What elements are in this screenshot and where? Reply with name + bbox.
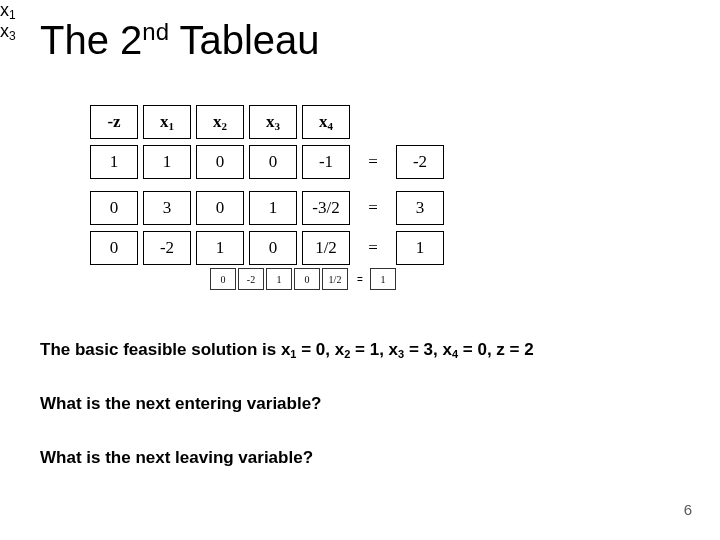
- header-c3: x3: [249, 105, 297, 139]
- cell: 0: [249, 145, 297, 179]
- title-post: Tableau: [169, 18, 320, 62]
- mini-rhs: 1: [370, 268, 396, 290]
- equals-sign: =: [355, 231, 391, 265]
- rhs-cell: 3: [396, 191, 444, 225]
- title-sup: nd: [142, 18, 169, 45]
- header-c4: x4: [302, 105, 350, 139]
- equals-sign: =: [355, 145, 391, 179]
- cell: 0: [196, 145, 244, 179]
- cell: 0: [249, 231, 297, 265]
- header-c2: x2: [196, 105, 244, 139]
- question-leaving-variable: What is the next leaving variable?: [40, 448, 313, 468]
- question-entering-variable: What is the next entering variable?: [40, 394, 322, 414]
- cell: 3: [143, 191, 191, 225]
- cell: 0: [90, 231, 138, 265]
- tableau-row: 0 -2 1 0 1/2 = 1: [90, 231, 449, 265]
- equals-sign: =: [355, 191, 391, 225]
- basic-feasible-solution-text: The basic feasible solution is x1 = 0, x…: [40, 340, 534, 360]
- cell: 1: [196, 231, 244, 265]
- cell: 1: [249, 191, 297, 225]
- cell: -1: [302, 145, 350, 179]
- slide: The 2nd Tableau -z x1 x2 x3 x4 1 1 0 0 -…: [0, 0, 720, 540]
- rhs-cell: 1: [396, 231, 444, 265]
- mini-row: 0 -2 1 0 1/2 = 1: [210, 268, 398, 290]
- cell: 1/2: [302, 231, 350, 265]
- mini-cell: 1: [266, 268, 292, 290]
- tableau-row: 1 1 0 0 -1 = -2: [90, 145, 449, 179]
- title-pre: The 2: [40, 18, 142, 62]
- page-number: 6: [684, 501, 692, 518]
- rhs-cell: -2: [396, 145, 444, 179]
- cell: 1: [90, 145, 138, 179]
- mini-cell: 0: [210, 268, 236, 290]
- page-title: The 2nd Tableau: [40, 18, 320, 63]
- simplex-tableau: -z x1 x2 x3 x4 1 1 0 0 -1 = -2 0 3 0 1 -…: [90, 105, 449, 271]
- tableau-header-row: -z x1 x2 x3 x4: [90, 105, 449, 139]
- cell: -3/2: [302, 191, 350, 225]
- mini-cell: 0: [294, 268, 320, 290]
- mini-cell: -2: [238, 268, 264, 290]
- cell: -2: [143, 231, 191, 265]
- cell: 0: [196, 191, 244, 225]
- mini-equals: =: [351, 274, 369, 285]
- mini-tableau-row: 0 -2 1 0 1/2 = 1: [210, 268, 398, 290]
- cell: 0: [90, 191, 138, 225]
- header-c0: -z: [90, 105, 138, 139]
- mini-cell: 1/2: [322, 268, 348, 290]
- header-c1: x1: [143, 105, 191, 139]
- cell: 1: [143, 145, 191, 179]
- tableau-row: 0 3 0 1 -3/2 = 3: [90, 191, 449, 225]
